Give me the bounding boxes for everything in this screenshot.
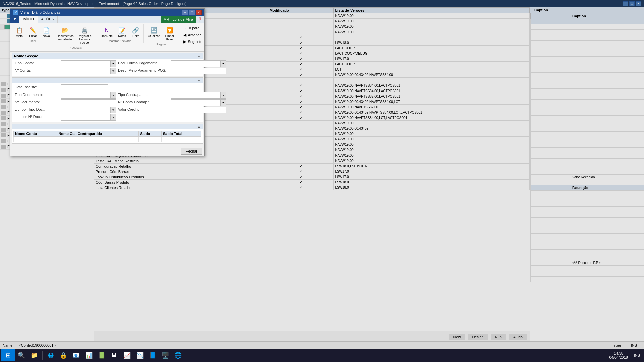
ribbon-buttons: 📋 Vista ✏️ Editar 📄 Novo [13, 25, 53, 39]
atualizar-btn[interactable]: 🔄 Atualizar [146, 25, 162, 42]
taskbar-calc-icon[interactable]: 🖩 [108, 349, 120, 361]
valor-credito-label: Valor Crédito: [117, 107, 170, 113]
section-1-title: Nome Secção [14, 54, 38, 58]
links-btn[interactable]: 🔗 Links [129, 25, 142, 39]
cod-forma-field[interactable] [171, 61, 220, 66]
form-section-1-header: Nome Secção ▲ [12, 53, 203, 59]
seguinte-btn[interactable]: ▶ Seguinte [182, 39, 204, 45]
form-section-3-header: ▲ [12, 124, 203, 129]
vista-btn[interactable]: 📋 Vista [13, 25, 26, 39]
no-conta-contra-arrow[interactable]: ▼ [220, 100, 226, 106]
liq-tipo-field[interactable] [61, 108, 110, 112]
desc-meio-pagamento-label: Desc. Meio Pagamento POS: [117, 68, 170, 74]
modal-title: Vista - Diário Cobranças [20, 10, 182, 14]
docs-icon: 📂 [61, 26, 69, 34]
data-registo-input[interactable] [61, 84, 108, 91]
registar-imprimir-btn[interactable]: 🖨️ Registar eImprimir recibo [75, 25, 95, 45]
liq-no-doc-input[interactable]: ▼ [61, 114, 116, 121]
ribbon-group-mostrar: N OneNote 📝 Notas 🔗 Links Mostrar Anexad… [97, 24, 144, 43]
desc-meio-field[interactable] [173, 69, 224, 73]
taskbar-ie-icon[interactable]: 🌐 [45, 349, 57, 361]
liq-tipo-doc-input[interactable]: ▼ [61, 107, 116, 113]
onenote-btn[interactable]: N OneNote [98, 25, 115, 39]
no-doc-field[interactable] [63, 101, 109, 105]
fechar-button[interactable]: Fechar [181, 148, 202, 155]
liq-no-field[interactable] [61, 115, 110, 120]
no-conta-contra-field[interactable] [171, 100, 220, 105]
tipo-contra-field[interactable] [171, 93, 220, 98]
section-3-toggle[interactable]: ▲ [197, 125, 201, 128]
tipo-documento-field[interactable] [61, 93, 110, 98]
form-data-table: Nome Conta Nome Cta. Contrapartida Saldo… [13, 131, 201, 142]
editar-icon: ✏️ [29, 26, 37, 34]
taskbar-chrome2-icon[interactable]: 🌐 [172, 349, 184, 361]
cod-forma-pagamento-input[interactable]: ▼ [171, 60, 226, 67]
no-conta-contrap-input[interactable]: ▼ [171, 99, 226, 106]
editar-btn[interactable]: ✏️ Editar [26, 25, 39, 39]
valor-credito-input[interactable] [171, 107, 226, 113]
section-1-toggle[interactable]: ▲ [197, 54, 201, 58]
ribbon-pagina-buttons: 🔄 Atualizar 🔽 LimparFiltro [146, 25, 177, 42]
modal-minimize-btn[interactable]: ─ [182, 10, 188, 15]
novo-btn[interactable]: 📄 Novo [40, 25, 53, 39]
tipo-conta-field[interactable] [61, 61, 110, 66]
liq-no-arrow[interactable]: ▼ [110, 114, 116, 120]
tab-inicio[interactable]: INÍCIO [19, 16, 38, 23]
no-conta-input[interactable]: ▼ [61, 68, 116, 74]
form-table-wrapper: Nome Conta Nome Cta. Contrapartida Saldo… [12, 129, 203, 143]
form-section-3: ▲ Nome Conta Nome Cta. Contrapartida Sal… [12, 124, 203, 144]
section-2-toggle[interactable]: ▲ [197, 78, 201, 82]
tipo-documento-input[interactable]: ▼ [61, 92, 116, 99]
docs-aberto-btn[interactable]: 📂 Documentosem aberto [56, 25, 74, 45]
liq-tipo-arrow[interactable]: ▼ [110, 107, 116, 113]
tipo-conta-arrow[interactable]: ▼ [110, 61, 116, 67]
tipo-contra-arrow[interactable]: ▼ [220, 92, 226, 98]
taskbar-charts-icon[interactable]: 📈 [121, 349, 133, 361]
modal-restore-btn[interactable]: □ [189, 10, 195, 15]
taskbar-search-icon[interactable]: 🔍 [15, 349, 28, 361]
modal-close-btn[interactable]: ✕ [196, 10, 202, 15]
data-registo-field[interactable] [63, 86, 109, 90]
no-conta-arrow[interactable]: ▼ [110, 68, 116, 74]
taskbar-app2-icon[interactable]: 📉 [134, 349, 146, 361]
taskbar-word-icon[interactable]: 📘 [147, 349, 159, 361]
tipo-doc-arrow[interactable]: ▼ [110, 92, 116, 98]
valor-cred-field[interactable] [173, 108, 219, 112]
ribbon-tabs: ▼ INÍCIO AÇÕES MR - Loja de Mira ❓ [10, 16, 204, 23]
liq-tipo-doc-label: Liq. por Tipo Doc.: [13, 107, 60, 113]
cod-forma-arrow[interactable]: ▼ [220, 61, 226, 67]
taskbar-outlook-icon[interactable]: 📧 [70, 349, 82, 361]
ribbon-mostrar-buttons: N OneNote 📝 Notas 🔗 Links [98, 25, 142, 39]
cod-forma-pagamento-label: Cód. Forma Pagamento: [117, 60, 170, 67]
anterior-btn[interactable]: ◀ Anterior [182, 32, 204, 38]
taskbar-clock: 14:38 04/04/2018 [607, 351, 631, 359]
ribbon-group-gerir: 📋 Vista ✏️ Editar 📄 Novo Gerir [12, 24, 54, 43]
nome-conta-header: Nome Conta [14, 131, 57, 137]
ribbon-group-irpara: → Ir para ◀ Anterior ▶ Seguinte [179, 24, 207, 45]
tipo-contrapartida-input[interactable]: ▼ [171, 92, 226, 99]
table-empty-row [14, 137, 201, 142]
notas-btn[interactable]: 📝 Notas [116, 25, 128, 39]
help-btn[interactable]: ❓ [196, 16, 204, 23]
ribbon-dropdown-btn[interactable]: ▼ [10, 16, 19, 23]
onenote-icon: N [103, 26, 111, 34]
taskbar-chrome-icon[interactable]: 🔒 [57, 349, 69, 361]
no-conta-field[interactable] [61, 69, 110, 73]
tipo-conta-input[interactable]: ▼ [61, 60, 116, 67]
form-section-1-grid: Tipo Conta: ▼ Cód. Forma Pagamento: ▼ Nº… [12, 59, 203, 76]
no-documento-input[interactable] [61, 99, 116, 106]
taskbar-unk-icon[interactable]: 🖥️ [159, 349, 171, 361]
modal-form: Nome Secção ▲ Tipo Conta: ▼ Cód. Forma P… [10, 52, 204, 146]
vista-icon: 📋 [15, 26, 23, 34]
limpar-filtro-btn[interactable]: 🔽 LimparFiltro [163, 25, 177, 42]
ribbon-group-processar: 📂 Documentosem aberto 🖨️ Registar eImpri… [55, 24, 96, 50]
ir-para-btn[interactable]: → Ir para [182, 25, 204, 31]
taskbar-nav-icon[interactable]: 📊 [83, 349, 95, 361]
taskbar-excel-icon[interactable]: 📗 [96, 349, 108, 361]
tab-acoes[interactable]: AÇÕES [38, 16, 58, 23]
taskbar-files-icon[interactable]: 📁 [28, 349, 40, 361]
ribbon-content: 📋 Vista ✏️ Editar 📄 Novo Gerir [10, 23, 204, 51]
start-button[interactable]: ⊞ [1, 349, 15, 361]
desc-meio-pagamento-input[interactable] [171, 68, 226, 74]
modal-window: V Vista - Diário Cobranças ─ □ ✕ ▼ INÍCI… [10, 8, 205, 156]
